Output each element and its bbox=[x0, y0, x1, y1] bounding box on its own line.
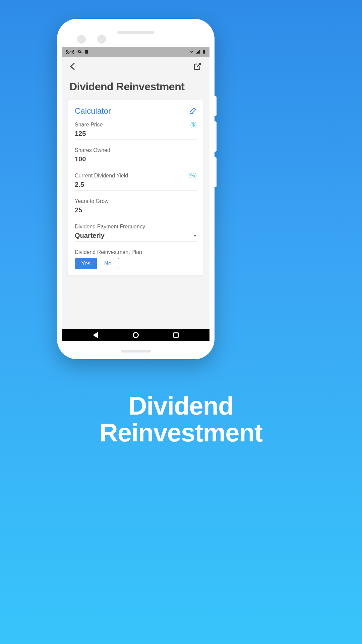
dividend-yield-label: Current Dividend Yield bbox=[75, 173, 128, 179]
wifi-icon bbox=[189, 49, 194, 55]
caption-line-2: Reinvestment bbox=[0, 419, 362, 446]
frequency-select[interactable]: Quarterly bbox=[75, 232, 197, 242]
field-shares-owned: Shares Owned 100 bbox=[75, 147, 197, 165]
drip-yes-button[interactable]: Yes bbox=[75, 258, 97, 269]
nav-back-icon[interactable] bbox=[93, 332, 98, 338]
android-nav-bar bbox=[62, 329, 209, 341]
side-button-vol-up bbox=[215, 121, 217, 152]
back-button[interactable] bbox=[68, 62, 77, 71]
eraser-icon[interactable] bbox=[189, 107, 197, 115]
gear-icon bbox=[77, 49, 82, 55]
open-external-button[interactable] bbox=[193, 62, 202, 71]
nav-home-icon[interactable] bbox=[133, 332, 139, 338]
status-bar: 5:46 bbox=[62, 47, 209, 57]
signal-icon bbox=[195, 49, 200, 55]
drip-label: Dividend Reinvestment Plan bbox=[75, 249, 142, 255]
phone-screen: 5:46 bbox=[62, 47, 209, 341]
dividend-yield-input[interactable]: 2.5 bbox=[75, 181, 197, 191]
shares-owned-label: Shares Owned bbox=[75, 147, 110, 153]
phone-side-buttons bbox=[215, 96, 217, 193]
calculator-card: Calculator Share Price ($) 125 Shares Ow… bbox=[68, 100, 203, 275]
dividend-yield-unit: (%) bbox=[188, 173, 197, 179]
field-drip: Dividend Reinvestment Plan Yes No bbox=[75, 249, 197, 269]
share-price-label: Share Price bbox=[75, 122, 103, 128]
phone-speaker bbox=[117, 31, 154, 34]
chevron-down-icon bbox=[193, 235, 197, 237]
field-frequency: Dividend Payment Frequency Quarterly bbox=[75, 224, 197, 242]
status-time: 5:46 bbox=[65, 49, 74, 55]
field-years: Years to Grow 25 bbox=[75, 198, 197, 216]
years-label: Years to Grow bbox=[75, 198, 109, 204]
nav-recents-icon[interactable] bbox=[173, 332, 179, 338]
drip-no-button[interactable]: No bbox=[97, 258, 119, 269]
shares-owned-input[interactable]: 100 bbox=[75, 155, 197, 165]
phone-sensor-icon bbox=[97, 35, 106, 44]
frequency-label: Dividend Payment Frequency bbox=[75, 224, 145, 230]
drip-toggle: Yes No bbox=[75, 258, 119, 269]
phone-frame: 5:46 bbox=[57, 19, 215, 359]
share-price-input[interactable]: 125 bbox=[75, 130, 197, 140]
sd-card-icon bbox=[84, 49, 89, 55]
page-title: Dividend Reinvestment bbox=[62, 75, 209, 100]
side-button-power bbox=[215, 96, 217, 116]
home-indicator bbox=[121, 350, 151, 353]
field-share-price: Share Price ($) 125 bbox=[75, 122, 197, 140]
card-title: Calculator bbox=[75, 106, 111, 116]
share-price-unit: ($) bbox=[190, 122, 197, 128]
battery-icon bbox=[201, 49, 206, 55]
phone-camera-icon bbox=[77, 35, 86, 44]
years-input[interactable]: 25 bbox=[75, 206, 197, 216]
frequency-value: Quarterly bbox=[75, 232, 105, 239]
app-header bbox=[62, 57, 209, 75]
field-dividend-yield: Current Dividend Yield (%) 2.5 bbox=[75, 173, 197, 191]
caption-line-1: Dividend bbox=[0, 392, 362, 419]
side-button-vol-down bbox=[215, 157, 217, 187]
marketing-caption: Dividend Reinvestment bbox=[0, 392, 362, 446]
